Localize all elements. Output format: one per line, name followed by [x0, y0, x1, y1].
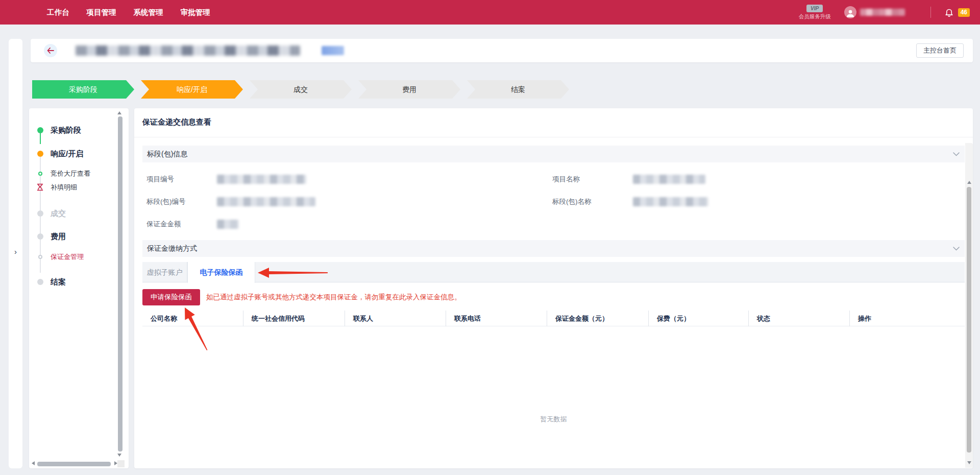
content-vertical-scrollbar[interactable]: [967, 187, 971, 453]
column-premium-yuan: 保费（元）: [648, 311, 748, 326]
section-bid-package-info: 标段(包)信息: [142, 146, 965, 162]
vip-icon: VIP: [806, 5, 823, 12]
gray-dot-icon: [37, 279, 43, 285]
field-row: 保证金金额: [134, 219, 973, 230]
notification-bell-icon[interactable]: [944, 7, 954, 17]
tab-electronic-insurance-guarantee[interactable]: 电子保险保函: [187, 262, 255, 283]
menu-workbench[interactable]: 工作台: [47, 8, 69, 17]
person-icon: [845, 8, 855, 18]
chevron-down-icon[interactable]: [953, 247, 960, 251]
sidebar-item-deposit-management[interactable]: 保证金管理: [29, 251, 129, 263]
field-value-redacted: [633, 175, 705, 184]
sidebar-scroll-left-icon[interactable]: [32, 461, 35, 465]
step-response-open[interactable]: 响应/开启: [141, 80, 243, 99]
left-collapse-strip: ›: [9, 39, 22, 468]
top-navbar: 工作台 项目管理 系统管理 审批管理 VIP 会员服务升级 46: [0, 0, 980, 25]
scrollbar-corner: [117, 460, 125, 467]
step-procurement-stage[interactable]: 采购阶段: [32, 80, 134, 99]
sidebar-item-bidding-hall-view[interactable]: 竞价大厅查看: [29, 168, 129, 180]
status-tag-redacted: [322, 46, 344, 55]
sidebar-item-closing[interactable]: 结案: [29, 276, 129, 288]
orange-dot-icon: [37, 151, 43, 157]
breadcrumb-bar: 主控台首页: [31, 39, 973, 62]
field-label-package-name: 标段(包)名称: [552, 196, 592, 207]
duplicate-deposit-warning: 如已通过虚拟子账号或其他方式递交本项目保证金，请勿重复在此录入保证金信息。: [206, 289, 461, 305]
field-label-project-no: 项目编号: [146, 174, 174, 185]
sidebar-item-fees[interactable]: 费用: [29, 230, 129, 243]
column-credit-code: 统一社会信用代码: [243, 311, 345, 326]
field-value-redacted: [217, 220, 239, 229]
field-label-deposit-amount: 保证金金额: [146, 219, 181, 230]
field-label-package-no: 标段(包)编号: [146, 196, 186, 207]
step-fees[interactable]: 费用: [358, 80, 460, 99]
sidebar-item-response-open[interactable]: 响应/开启: [29, 148, 129, 160]
column-contact-phone: 联系电话: [446, 311, 547, 326]
sidebar-item-procurement-stage[interactable]: 采购阶段: [29, 124, 129, 136]
field-value-redacted: [217, 175, 306, 184]
table-header-row: 公司名称 统一社会信用代码 联系人 联系电话 保证金金额（元） 保费（元） 状态…: [142, 311, 965, 326]
table-empty-state: 暂无数据: [142, 415, 965, 424]
back-button[interactable]: [44, 44, 57, 57]
gray-dot-icon: [37, 233, 43, 240]
field-row: 项目编号 项目名称: [134, 174, 973, 185]
left-arrow-icon: [47, 48, 54, 54]
project-title-redacted: [76, 45, 300, 56]
main-menu: 工作台 项目管理 系统管理 审批管理: [47, 0, 210, 25]
console-home-button[interactable]: 主控台首页: [916, 43, 964, 58]
field-value-redacted: [633, 197, 708, 206]
scroll-up-icon[interactable]: [967, 181, 971, 184]
divider: [134, 137, 973, 137]
hourglass-icon: [37, 183, 43, 191]
field-row: 标段(包)编号 标段(包)名称: [134, 196, 973, 207]
stage-sidebar: 采购阶段 响应/开启 竞价大厅查看 补填明细 成交 费用 保证金管理 结案: [29, 108, 129, 468]
sidebar-scroll-up-icon[interactable]: [117, 111, 121, 114]
notification-count-badge[interactable]: 46: [958, 8, 970, 17]
apply-insurance-guarantee-button[interactable]: 申请保险保函: [142, 289, 200, 305]
step-closing[interactable]: 结案: [467, 80, 569, 99]
sidebar-scroll-down-icon[interactable]: [117, 454, 121, 457]
tab-virtual-sub-account[interactable]: 虚拟子账户: [142, 262, 187, 282]
scroll-down-icon[interactable]: [967, 461, 971, 464]
vip-caption: 会员服务升级: [799, 13, 831, 20]
sidebar-horizontal-scrollbar[interactable]: [37, 462, 111, 466]
column-status: 状态: [748, 311, 849, 326]
gray-ring-icon: [38, 255, 42, 259]
username-redacted: [860, 9, 905, 16]
expand-panel-chevron-icon[interactable]: ›: [9, 246, 22, 258]
column-actions: 操作: [849, 311, 965, 326]
navbar-right: VIP 会员服务升级 46: [799, 0, 970, 25]
sidebar-item-deal[interactable]: 成交: [29, 207, 129, 220]
section-deposit-payment-method: 保证金缴纳方式: [142, 240, 965, 257]
field-value-redacted: [217, 197, 315, 206]
sidebar-vertical-scrollbar[interactable]: [118, 116, 122, 452]
column-company-name: 公司名称: [142, 311, 243, 326]
user-avatar[interactable]: [844, 6, 856, 18]
navbar-divider: [930, 7, 931, 18]
menu-project-management[interactable]: 项目管理: [87, 8, 116, 17]
gray-dot-icon: [37, 210, 43, 217]
green-ring-icon: [38, 172, 42, 176]
menu-approval-management[interactable]: 审批管理: [181, 8, 210, 17]
main-panel: 保证金递交信息查看 标段(包)信息 项目编号 项目名称 标段(包)编号 标段(包…: [134, 108, 973, 468]
column-contact-person: 联系人: [345, 311, 446, 326]
step-deal[interactable]: 成交: [250, 80, 352, 99]
menu-system-management[interactable]: 系统管理: [134, 8, 163, 17]
page-title: 保证金递交信息查看: [142, 117, 211, 127]
payment-tabs: 虚拟子账户 电子保险保函: [142, 262, 965, 282]
green-dot-icon: [37, 127, 43, 133]
column-deposit-amount-yuan: 保证金金额（元）: [547, 311, 648, 326]
sidebar-item-supplement-detail[interactable]: 补填明细: [29, 181, 129, 194]
content-scrollbar-track: [965, 143, 973, 468]
field-label-project-name: 项目名称: [552, 174, 580, 185]
vip-upgrade[interactable]: VIP 会员服务升级: [799, 5, 831, 20]
chevron-down-icon[interactable]: [953, 152, 960, 156]
